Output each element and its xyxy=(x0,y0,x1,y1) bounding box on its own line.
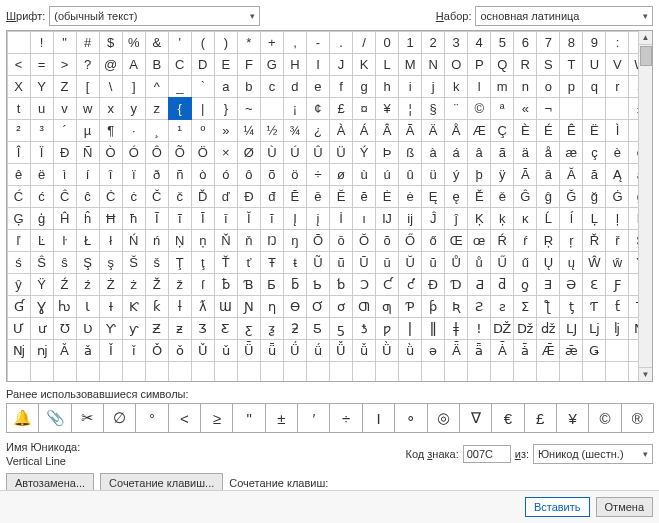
char-cell[interactable]: x xyxy=(99,97,123,120)
char-cell[interactable]: G xyxy=(260,53,284,76)
char-cell[interactable]: ū xyxy=(375,251,399,274)
char-cell[interactable]: î xyxy=(99,163,123,186)
char-cell[interactable] xyxy=(122,361,146,382)
char-cell[interactable]: O xyxy=(444,53,468,76)
char-cell[interactable] xyxy=(260,97,284,120)
char-cell[interactable]: ĳ xyxy=(398,207,422,230)
char-cell[interactable]: ǁ xyxy=(421,317,445,340)
char-cell[interactable]: ý xyxy=(444,163,468,186)
char-cell[interactable] xyxy=(191,361,215,382)
char-cell[interactable]: $ xyxy=(99,31,123,54)
recent-cell[interactable]: < xyxy=(168,403,201,433)
char-cell[interactable]: S xyxy=(536,53,560,76)
char-cell[interactable]: ê xyxy=(7,163,31,186)
char-cell[interactable]: N xyxy=(421,53,445,76)
char-cell[interactable]: Ĳ xyxy=(375,207,399,230)
char-cell[interactable]: ť xyxy=(237,251,261,274)
char-cell[interactable]: Ú xyxy=(283,141,307,164)
char-cell[interactable] xyxy=(329,361,353,382)
char-cell[interactable]: þ xyxy=(467,163,491,186)
char-cell[interactable]: ` xyxy=(191,75,215,98)
char-cell[interactable]: ǂ xyxy=(444,317,468,340)
char-cell[interactable]: ǀ xyxy=(398,317,422,340)
char-cell[interactable]: Ǆ xyxy=(490,317,514,340)
char-cell[interactable]: A xyxy=(122,53,146,76)
set-select[interactable]: основная латиница ▾ xyxy=(475,6,653,26)
char-cell[interactable]: D xyxy=(191,53,215,76)
char-cell[interactable]: Ƴ xyxy=(99,317,123,340)
char-cell[interactable]: Ǚ xyxy=(329,339,353,362)
char-cell[interactable] xyxy=(605,339,629,362)
char-cell[interactable]: c xyxy=(260,75,284,98)
char-cell[interactable]: ò xyxy=(191,163,215,186)
char-cell[interactable]: } xyxy=(214,97,238,120)
char-cell[interactable]: ı xyxy=(352,207,376,230)
char-cell[interactable]: ǔ xyxy=(214,339,238,362)
char-cell[interactable]: Ĺ xyxy=(536,207,560,230)
char-cell[interactable]: ė xyxy=(398,185,422,208)
char-cell[interactable]: Ʀ xyxy=(444,295,468,318)
char-cell[interactable]: Ŧ xyxy=(260,251,284,274)
char-cell[interactable]: £ xyxy=(329,97,353,120)
char-cell[interactable]: b xyxy=(237,75,261,98)
char-cell[interactable]: Ʋ xyxy=(76,317,100,340)
char-cell[interactable]: Ā xyxy=(513,163,537,186)
recent-cell[interactable]: 📎 xyxy=(38,403,71,433)
char-cell[interactable]: Ǟ xyxy=(444,339,468,362)
recent-cell[interactable]: Ι xyxy=(362,403,395,433)
char-cell[interactable]: Ɲ xyxy=(237,295,261,318)
char-cell[interactable]: Ō xyxy=(306,229,330,252)
char-cell[interactable]: ŷ xyxy=(7,273,31,296)
char-cell[interactable]: M xyxy=(398,53,422,76)
char-cell[interactable]: Ɓ xyxy=(237,273,261,296)
char-cell[interactable]: À xyxy=(329,119,353,142)
recent-cell[interactable]: ÷ xyxy=(329,403,362,433)
char-cell[interactable]: ş xyxy=(99,251,123,274)
char-cell[interactable] xyxy=(605,97,629,120)
char-cell[interactable]: ǃ xyxy=(467,317,491,340)
char-cell[interactable]: ƴ xyxy=(122,317,146,340)
char-cell[interactable]: Ě xyxy=(467,185,491,208)
char-cell[interactable]: Å xyxy=(444,119,468,142)
char-cell[interactable]: Ŀ xyxy=(30,229,54,252)
char-cell[interactable]: ë xyxy=(30,163,54,186)
char-cell[interactable]: ƽ xyxy=(329,317,353,340)
char-cell[interactable]: Ţ xyxy=(168,251,192,274)
char-cell[interactable]: 7 xyxy=(536,31,560,54)
char-cell[interactable]: ă xyxy=(582,163,606,186)
char-cell[interactable]: Z xyxy=(53,75,77,98)
char-cell[interactable]: V xyxy=(605,53,629,76)
char-cell[interactable]: ś xyxy=(7,251,31,274)
char-cell[interactable]: ö xyxy=(283,163,307,186)
char-cell[interactable]: Ǉ xyxy=(559,317,583,340)
char-cell[interactable] xyxy=(214,361,238,382)
char-cell[interactable]: Ð xyxy=(53,141,77,164)
char-cell[interactable]: ô xyxy=(237,163,261,186)
char-cell[interactable]: 2 xyxy=(421,31,445,54)
char-cell[interactable]: Ş xyxy=(76,251,100,274)
char-cell[interactable]: Ă xyxy=(559,163,583,186)
char-cell[interactable]: % xyxy=(122,31,146,54)
char-cell[interactable]: ƫ xyxy=(559,295,583,318)
char-cell[interactable]: ¤ xyxy=(352,97,376,120)
char-cell[interactable]: Ÿ xyxy=(30,273,54,296)
char-cell[interactable]: ù xyxy=(352,163,376,186)
char-cell[interactable]: ƭ xyxy=(605,295,629,318)
char-cell[interactable]: Ì xyxy=(605,119,629,142)
char-cell[interactable]: µ xyxy=(76,119,100,142)
char-cell[interactable]: Ƨ xyxy=(467,295,491,318)
char-cell[interactable]: ó xyxy=(214,163,238,186)
char-cell[interactable]: ę xyxy=(444,185,468,208)
char-cell[interactable]: Q xyxy=(490,53,514,76)
char-cell[interactable]: Ǔ xyxy=(191,339,215,362)
scroll-thumb[interactable] xyxy=(640,46,652,66)
char-cell[interactable]: ī xyxy=(214,207,238,230)
char-cell[interactable]: ¬ xyxy=(536,97,560,120)
char-cell[interactable]: ĺ xyxy=(559,207,583,230)
char-cell[interactable]: H xyxy=(283,53,307,76)
scroll-down-icon[interactable]: ▼ xyxy=(639,367,652,381)
char-cell[interactable]: Ŝ xyxy=(30,251,54,274)
char-cell[interactable]: » xyxy=(214,119,238,142)
char-cell[interactable]: ǣ xyxy=(559,339,583,362)
char-cell[interactable]: æ xyxy=(559,141,583,164)
